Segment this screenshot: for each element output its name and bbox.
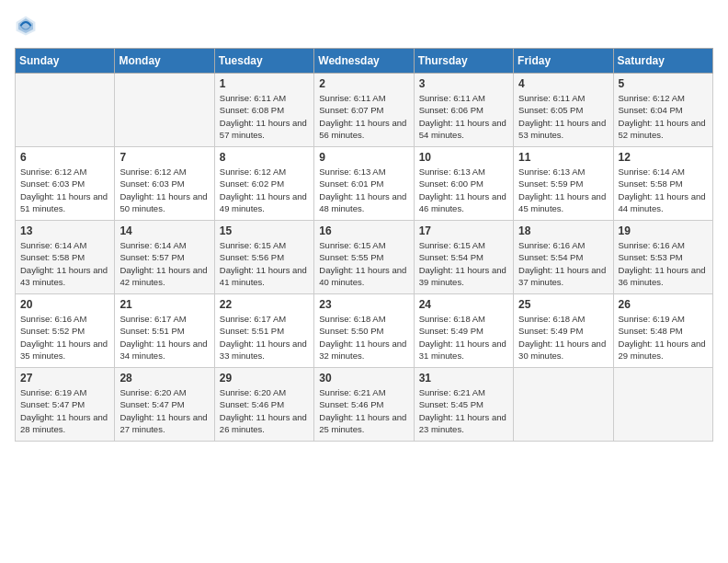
day-header-tuesday: Tuesday	[214, 49, 313, 74]
calendar-cell: 5Sunrise: 6:12 AM Sunset: 6:04 PM Daylig…	[613, 74, 712, 147]
day-info: Sunrise: 6:12 AM Sunset: 6:03 PM Dayligh…	[20, 166, 109, 214]
day-number: 23	[319, 298, 408, 311]
day-number: 24	[419, 298, 508, 311]
day-info: Sunrise: 6:11 AM Sunset: 6:06 PM Dayligh…	[419, 92, 508, 141]
day-number: 30	[319, 372, 408, 385]
calendar-cell: 20Sunrise: 6:16 AM Sunset: 5:52 PM Dayli…	[16, 294, 115, 368]
calendar-cell: 27Sunrise: 6:19 AM Sunset: 5:47 PM Dayli…	[16, 368, 115, 442]
calendar-cell: 12Sunrise: 6:14 AM Sunset: 5:58 PM Dayli…	[613, 147, 712, 221]
day-number: 21	[119, 298, 209, 311]
calendar-cell: 21Sunrise: 6:17 AM Sunset: 5:51 PM Dayli…	[115, 294, 214, 368]
calendar-cell	[115, 74, 214, 147]
calendar-week-3: 13Sunrise: 6:14 AM Sunset: 5:58 PM Dayli…	[16, 221, 713, 294]
calendar-cell	[16, 74, 115, 147]
day-number: 31	[419, 372, 508, 385]
calendar-cell: 28Sunrise: 6:20 AM Sunset: 5:47 PM Dayli…	[115, 368, 214, 442]
day-info: Sunrise: 6:20 AM Sunset: 5:47 PM Dayligh…	[119, 386, 209, 435]
day-info: Sunrise: 6:15 AM Sunset: 5:54 PM Dayligh…	[419, 239, 508, 288]
day-number: 8	[220, 151, 309, 164]
day-number: 12	[619, 151, 708, 164]
day-number: 3	[419, 77, 508, 90]
day-number: 22	[220, 298, 309, 311]
day-info: Sunrise: 6:14 AM Sunset: 5:58 PM Dayligh…	[619, 166, 708, 214]
calendar-cell: 3Sunrise: 6:11 AM Sunset: 6:06 PM Daylig…	[414, 74, 513, 147]
calendar-cell: 17Sunrise: 6:15 AM Sunset: 5:54 PM Dayli…	[414, 221, 513, 294]
calendar-cell: 2Sunrise: 6:11 AM Sunset: 6:07 PM Daylig…	[314, 74, 414, 147]
day-number: 16	[319, 224, 408, 237]
calendar-cell: 14Sunrise: 6:14 AM Sunset: 5:57 PM Dayli…	[115, 221, 214, 294]
day-number: 14	[119, 224, 209, 237]
calendar-cell	[514, 368, 613, 442]
calendar-cell: 30Sunrise: 6:21 AM Sunset: 5:46 PM Dayli…	[314, 368, 414, 442]
day-number: 1	[220, 77, 309, 90]
day-info: Sunrise: 6:18 AM Sunset: 5:49 PM Dayligh…	[518, 313, 608, 362]
calendar-cell: 1Sunrise: 6:11 AM Sunset: 6:08 PM Daylig…	[214, 74, 313, 147]
day-info: Sunrise: 6:15 AM Sunset: 5:56 PM Dayligh…	[220, 239, 309, 288]
calendar-week-1: 1Sunrise: 6:11 AM Sunset: 6:08 PM Daylig…	[16, 74, 713, 147]
day-info: Sunrise: 6:19 AM Sunset: 5:47 PM Dayligh…	[20, 386, 109, 435]
calendar-cell: 4Sunrise: 6:11 AM Sunset: 6:05 PM Daylig…	[514, 74, 613, 147]
day-header-saturday: Saturday	[613, 49, 712, 74]
calendar-cell: 25Sunrise: 6:18 AM Sunset: 5:49 PM Dayli…	[514, 294, 613, 368]
calendar-week-4: 20Sunrise: 6:16 AM Sunset: 5:52 PM Dayli…	[16, 294, 713, 368]
day-info: Sunrise: 6:14 AM Sunset: 5:58 PM Dayligh…	[20, 239, 109, 288]
calendar-cell: 7Sunrise: 6:12 AM Sunset: 6:03 PM Daylig…	[115, 147, 214, 221]
day-info: Sunrise: 6:13 AM Sunset: 5:59 PM Dayligh…	[518, 166, 608, 214]
day-number: 11	[518, 151, 608, 164]
day-number: 26	[619, 298, 708, 311]
calendar-cell: 8Sunrise: 6:12 AM Sunset: 6:02 PM Daylig…	[214, 147, 313, 221]
day-info: Sunrise: 6:15 AM Sunset: 5:55 PM Dayligh…	[319, 239, 408, 288]
day-number: 7	[119, 151, 209, 164]
calendar-table: SundayMondayTuesdayWednesdayThursdayFrid…	[15, 48, 713, 442]
day-number: 9	[319, 151, 408, 164]
day-info: Sunrise: 6:12 AM Sunset: 6:04 PM Dayligh…	[619, 92, 708, 141]
day-info: Sunrise: 6:16 AM Sunset: 5:54 PM Dayligh…	[518, 239, 608, 288]
day-info: Sunrise: 6:12 AM Sunset: 6:02 PM Dayligh…	[220, 166, 309, 214]
day-header-sunday: Sunday	[16, 49, 115, 74]
day-number: 15	[220, 224, 309, 237]
calendar-cell: 26Sunrise: 6:19 AM Sunset: 5:48 PM Dayli…	[613, 294, 712, 368]
day-number: 27	[20, 372, 109, 385]
calendar-cell: 31Sunrise: 6:21 AM Sunset: 5:45 PM Dayli…	[414, 368, 513, 442]
day-info: Sunrise: 6:19 AM Sunset: 5:48 PM Dayligh…	[619, 313, 708, 362]
day-number: 28	[119, 372, 209, 385]
day-info: Sunrise: 6:18 AM Sunset: 5:50 PM Dayligh…	[319, 313, 408, 362]
day-header-monday: Monday	[115, 49, 214, 74]
calendar-cell: 22Sunrise: 6:17 AM Sunset: 5:51 PM Dayli…	[214, 294, 313, 368]
day-info: Sunrise: 6:11 AM Sunset: 6:05 PM Dayligh…	[518, 92, 608, 141]
day-info: Sunrise: 6:11 AM Sunset: 6:07 PM Dayligh…	[319, 92, 408, 141]
calendar-cell: 6Sunrise: 6:12 AM Sunset: 6:03 PM Daylig…	[16, 147, 115, 221]
day-header-friday: Friday	[514, 49, 613, 74]
day-info: Sunrise: 6:17 AM Sunset: 5:51 PM Dayligh…	[119, 313, 209, 362]
day-header-wednesday: Wednesday	[314, 49, 414, 74]
page-header	[15, 15, 713, 37]
calendar-week-5: 27Sunrise: 6:19 AM Sunset: 5:47 PM Dayli…	[16, 368, 713, 442]
day-info: Sunrise: 6:18 AM Sunset: 5:49 PM Dayligh…	[419, 313, 508, 362]
day-info: Sunrise: 6:13 AM Sunset: 6:01 PM Dayligh…	[319, 166, 408, 214]
calendar-cell: 29Sunrise: 6:20 AM Sunset: 5:46 PM Dayli…	[214, 368, 313, 442]
day-info: Sunrise: 6:16 AM Sunset: 5:52 PM Dayligh…	[20, 313, 109, 362]
day-number: 29	[220, 372, 309, 385]
calendar-cell: 13Sunrise: 6:14 AM Sunset: 5:58 PM Dayli…	[16, 221, 115, 294]
calendar-cell: 24Sunrise: 6:18 AM Sunset: 5:49 PM Dayli…	[414, 294, 513, 368]
calendar-cell: 16Sunrise: 6:15 AM Sunset: 5:55 PM Dayli…	[314, 221, 414, 294]
day-number: 6	[20, 151, 109, 164]
day-info: Sunrise: 6:16 AM Sunset: 5:53 PM Dayligh…	[619, 239, 708, 288]
day-info: Sunrise: 6:21 AM Sunset: 5:46 PM Dayligh…	[319, 386, 408, 435]
logo	[15, 15, 40, 37]
day-info: Sunrise: 6:21 AM Sunset: 5:45 PM Dayligh…	[419, 386, 508, 435]
day-number: 17	[419, 224, 508, 237]
calendar-cell: 11Sunrise: 6:13 AM Sunset: 5:59 PM Dayli…	[514, 147, 613, 221]
day-header-thursday: Thursday	[414, 49, 513, 74]
day-number: 10	[419, 151, 508, 164]
calendar-cell: 19Sunrise: 6:16 AM Sunset: 5:53 PM Dayli…	[613, 221, 712, 294]
day-info: Sunrise: 6:14 AM Sunset: 5:57 PM Dayligh…	[119, 239, 209, 288]
day-info: Sunrise: 6:20 AM Sunset: 5:46 PM Dayligh…	[220, 386, 309, 435]
calendar-cell	[613, 368, 712, 442]
calendar-cell: 10Sunrise: 6:13 AM Sunset: 6:00 PM Dayli…	[414, 147, 513, 221]
day-number: 2	[319, 77, 408, 90]
logo-icon	[15, 15, 37, 37]
day-number: 4	[518, 77, 608, 90]
calendar-week-2: 6Sunrise: 6:12 AM Sunset: 6:03 PM Daylig…	[16, 147, 713, 221]
day-info: Sunrise: 6:11 AM Sunset: 6:08 PM Dayligh…	[220, 92, 309, 141]
